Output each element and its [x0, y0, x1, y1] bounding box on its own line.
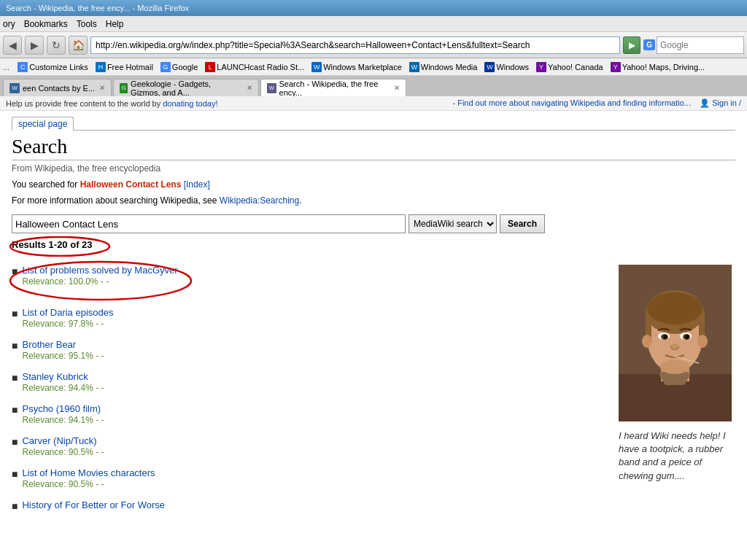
result-title[interactable]: History of For Better or For Worse: [22, 499, 165, 510]
browser-menubar: ory Bookmarks Tools Help: [0, 16, 747, 32]
svg-point-10: [647, 292, 703, 324]
result-title[interactable]: Stanley Kubrick: [22, 371, 88, 382]
bookmark-hotmail[interactable]: H Free Hotmail: [93, 61, 155, 73]
google-search-input[interactable]: [657, 36, 744, 54]
search-type-select[interactable]: MediaWiki search: [409, 214, 497, 233]
bookmark-icon: W: [409, 62, 419, 72]
wiki-topbar: Help us provide free content to the worl…: [0, 96, 747, 111]
bookmark-icon: L: [205, 62, 215, 72]
special-page-tab[interactable]: special page: [12, 117, 74, 131]
svg-point-16: [686, 335, 689, 339]
result-bullet: ■: [12, 500, 18, 512]
tabs-bar: W een Contacts by E... ✕ G Geekologie - …: [0, 76, 747, 96]
menu-bookmarks[interactable]: Bookmarks: [24, 19, 68, 29]
bookmark-icon: W: [484, 62, 495, 72]
address-bar[interactable]: [90, 36, 620, 54]
tab-favicon-wikipedia: W: [267, 83, 276, 93]
tab-close-geekologie[interactable]: ✕: [247, 84, 252, 92]
table-row: ■ Stanley Kubrick Relevance: 94.4% - -: [12, 371, 604, 393]
bookmark-launchcast[interactable]: L LAUNCHcast Radio St...: [203, 61, 306, 73]
bookmark-yahoo-maps[interactable]: Y Yahoo! Maps, Driving...: [608, 61, 708, 73]
results-list: ■ List of problems solved by MacGyver Re…: [12, 265, 604, 522]
bookmark-google[interactable]: G Google: [158, 61, 200, 73]
wiki-search-input[interactable]: [12, 214, 406, 233]
bookmark-icon: Y: [536, 62, 546, 72]
wikipedia-searching-link[interactable]: Wikipedia:Searching: [220, 195, 299, 206]
donate-text: Help us provide free content to the worl…: [6, 99, 160, 108]
wiki-content: special page Search From Wikipedia, the …: [0, 111, 747, 528]
result-relevance: Relevance: 90.5% - -: [22, 479, 104, 489]
result-relevance: Relevance: 94.4% - -: [22, 383, 104, 393]
result-title[interactable]: List of Daria episodes: [22, 307, 113, 318]
result-content: History of For Better or For Worse: [22, 499, 165, 510]
index-link-a[interactable]: [Index]: [184, 179, 210, 190]
result-content: Carver (Nip/Tuck) Relevance: 90.5% - -: [22, 435, 104, 457]
table-row: ■ List of Home Movies characters Relevan…: [12, 467, 604, 489]
go-button[interactable]: ▶: [623, 36, 640, 54]
tab-favicon: W: [9, 83, 20, 93]
menu-help[interactable]: Help: [106, 19, 124, 29]
bookmark-yahoo-canada[interactable]: Y Yahoo! Canada: [534, 61, 605, 73]
menu-history[interactable]: ory: [3, 19, 15, 29]
result-title[interactable]: List of problems solved by MacGyver: [22, 265, 177, 276]
macgyver-image: [619, 265, 732, 421]
donate-link[interactable]: donating today!: [163, 99, 217, 108]
searched-for: You searched for Halloween Contact Lens …: [12, 179, 735, 190]
table-row: ■ Psycho (1960 film) Relevance: 94.1% - …: [12, 403, 604, 425]
result-title[interactable]: Psycho (1960 film): [22, 403, 101, 414]
bookmark-windows-marketplace[interactable]: W Windows Marketplace: [309, 61, 404, 73]
table-row: ■ List of problems solved by MacGyver Re…: [12, 265, 178, 287]
results-count: Results 1-20 of 23: [12, 239, 93, 250]
svg-point-19: [642, 335, 652, 348]
results-layout: ■ List of problems solved by MacGyver Re…: [12, 265, 735, 522]
result-relevance: Relevance: 100.0% - -: [22, 276, 109, 287]
browser-toolbar: ◀ ▶ ↻ 🏠 ▶ G: [0, 32, 747, 58]
svg-point-21: [660, 359, 689, 374]
tab-close-contacts[interactable]: ✕: [99, 84, 105, 92]
bookmarks-bar: ... C Customize Links H Free Hotmail G G…: [0, 58, 747, 76]
result-bullet: ■: [12, 308, 18, 319]
result-title[interactable]: Carver (Nip/Tuck): [22, 435, 96, 446]
bookmark-windows[interactable]: W Windows: [482, 61, 531, 73]
result-bullet: ■: [12, 340, 18, 351]
back-button[interactable]: ◀: [3, 36, 22, 55]
result-title[interactable]: List of Home Movies characters: [22, 467, 155, 478]
result-content: Stanley Kubrick Relevance: 94.4% - -: [22, 371, 104, 393]
image-caption: I heard Wiki needs help! I have a tootpi…: [619, 429, 735, 483]
svg-point-20: [697, 335, 708, 348]
result-content: List of Home Movies characters Relevance…: [22, 467, 155, 489]
tab-contacts[interactable]: W een Contacts by E... ✕: [3, 79, 112, 96]
browser-title: Search - Wikipedia, the free ency... - M…: [6, 4, 189, 12]
reload-button[interactable]: ↻: [47, 36, 66, 55]
page-subtitle: From Wikipedia, the free encyclopedia: [12, 163, 735, 174]
tab-favicon: G: [120, 83, 128, 93]
forward-button[interactable]: ▶: [25, 36, 44, 55]
search-engine-box: G: [643, 36, 744, 54]
result-relevance: Relevance: 97.8% - -: [22, 319, 104, 329]
result-relevance: Relevance: 95.1% - -: [22, 351, 104, 361]
tab-close-wikipedia[interactable]: ✕: [394, 84, 400, 92]
menu-tools[interactable]: Tools: [77, 19, 97, 29]
bookmark-icon: H: [96, 62, 106, 72]
wiki-search-button[interactable]: Search: [500, 214, 545, 233]
image-area: I heard Wiki needs help! I have a tootpi…: [619, 265, 735, 522]
bookmark-icon: Y: [611, 62, 621, 72]
home-button[interactable]: 🏠: [69, 36, 88, 55]
bookmark-windows-media[interactable]: W Windows Media: [407, 61, 480, 73]
result-bullet: ■: [12, 372, 18, 384]
bookmark-customize[interactable]: C Customize Links: [15, 61, 90, 73]
result-content: List of Daria episodes Relevance: 97.8% …: [22, 307, 113, 329]
bookmarks-label: ...: [3, 63, 9, 71]
browser-titlebar: Search - Wikipedia, the free ency... - M…: [0, 0, 747, 16]
result-bullet: ■: [12, 404, 18, 416]
result-bullet: ■: [12, 265, 18, 277]
tab-wikipedia-search[interactable]: W Search - Wikipedia, the free ency... ✕: [260, 79, 406, 96]
result-title[interactable]: Brother Bear: [22, 339, 76, 350]
svg-point-15: [664, 335, 667, 339]
search-form: MediaWiki search Search: [12, 214, 735, 233]
bookmark-icon: W: [311, 62, 322, 72]
tab-geekologie[interactable]: G Geekologie - Gadgets, Gizmos, and A...…: [113, 79, 259, 96]
sign-in-link[interactable]: 👤 Sign in /: [700, 98, 741, 107]
table-row: ■ Carver (Nip/Tuck) Relevance: 90.5% - -: [12, 435, 604, 457]
result-bullet: ■: [12, 468, 18, 480]
